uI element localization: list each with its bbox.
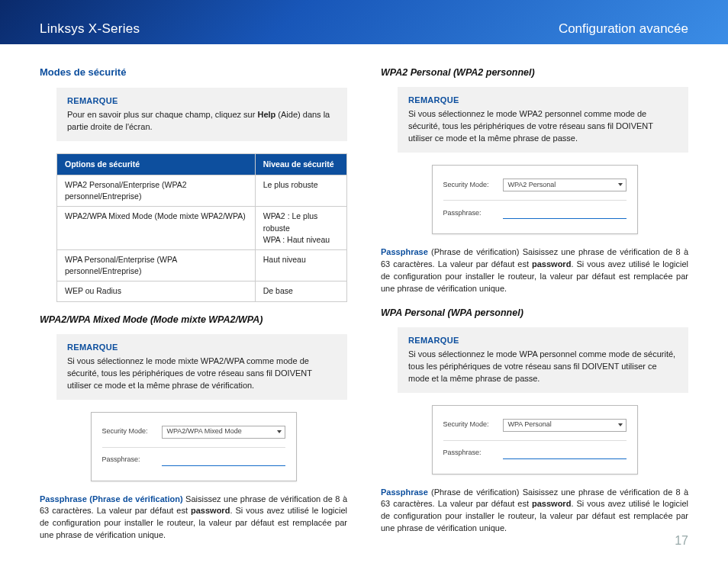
header-product: Linksys X-Series <box>40 21 140 37</box>
screenshot-wpa-personal: Security Mode: WPA Personal Passphrase: <box>432 405 638 475</box>
cell-opt: WPA2 Personal/Enterprise (WPA2 personnel… <box>57 175 256 206</box>
ui-select-mode: WPA2/WPA Mixed Mode <box>162 426 285 439</box>
note-wpa2p: REMARQUE Si vous sélectionnez le mode WP… <box>398 87 688 153</box>
ui-label-pass: Passphrase: <box>443 448 503 458</box>
screenshot-mixed-mode: Security Mode: WPA2/WPA Mixed Mode Passp… <box>91 412 297 481</box>
ui-label-pass: Passphrase: <box>443 208 503 218</box>
ui-label-pass: Passphrase: <box>102 455 162 465</box>
left-column: Modes de sécurité REMARQUE Pour en savoi… <box>40 66 347 545</box>
note-title: REMARQUE <box>408 335 678 347</box>
table-row: WPA2/WPA Mixed Mode (Mode mixte WPA2/WPA… <box>57 207 347 250</box>
chevron-down-icon <box>618 183 623 186</box>
heading-wpa-personal: WPA Personal (WPA personnel) <box>381 306 688 320</box>
cell-lvl: De base <box>255 282 346 301</box>
cell-opt: WEP ou Radius <box>57 282 256 301</box>
ui-select-mode: WPA Personal <box>503 419 627 432</box>
passphrase-paren: (Phrase de vérification) <box>428 487 523 497</box>
ui-input-pass <box>503 448 627 459</box>
table-row: WPA2 Personal/Enterprise (WPA2 personnel… <box>57 175 347 206</box>
note-text: Si vous sélectionnez le mode WPA2 person… <box>408 109 653 143</box>
note-title: REMARQUE <box>67 95 337 108</box>
note-title: REMARQUE <box>408 95 678 107</box>
ui-label-mode: Security Mode: <box>102 426 162 436</box>
heading-security-modes: Modes de sécurité <box>40 66 347 80</box>
heading-mixed-mode: WPA2/WPA Mixed Mode (Mode mixte WPA2/WPA… <box>40 313 347 327</box>
table-row: WPA Personal/Enterprise (WPA personnel/E… <box>57 249 347 281</box>
cell-lvl: WPA2 : Le plus robuste WPA : Haut niveau <box>255 207 346 250</box>
ui-input-pass <box>162 455 285 466</box>
cell-opt: WPA Personal/Enterprise (WPA personnel/E… <box>57 249 256 281</box>
ui-input-pass <box>503 208 627 219</box>
cell-lvl-b: WPA : Haut niveau <box>263 235 330 244</box>
note-title: REMARQUE <box>67 342 337 354</box>
note-text-a: Pour en savoir plus sur chaque champ, cl… <box>67 110 257 119</box>
cell-lvl-a: WPA2 : Le plus robuste <box>263 211 318 232</box>
ui-select-value: WPA2/WPA Mixed Mode <box>167 426 242 436</box>
table-row: WEP ou Radius De base <box>57 282 347 301</box>
page-body: Modes de sécurité REMARQUE Pour en savoi… <box>0 44 728 545</box>
ui-select-mode: WPA2 Personal <box>503 179 627 191</box>
passphrase-paragraph-3: Passphrase (Phrase de vérification) Sais… <box>381 487 688 536</box>
right-column: WPA2 Personal (WPA2 personnel) REMARQUE … <box>381 66 688 545</box>
passphrase-default: password <box>532 499 571 508</box>
passphrase-term: Passphrase <box>381 247 428 256</box>
ui-label-mode: Security Mode: <box>443 420 503 429</box>
chevron-down-icon <box>277 430 282 433</box>
ui-divider <box>102 447 285 448</box>
ui-divider <box>443 200 627 201</box>
ui-select-value: WPA2 Personal <box>508 180 556 190</box>
header-section: Configuration avancée <box>559 21 688 37</box>
passphrase-default: password <box>532 259 571 269</box>
passphrase-default: password <box>191 506 230 515</box>
note-text: Si vous sélectionnez le mode mixte WPA2/… <box>67 356 312 390</box>
th-level: Niveau de sécurité <box>255 153 346 175</box>
ui-select-value: WPA Personal <box>508 420 552 429</box>
note-wpap: REMARQUE Si vous sélectionnez le mode WP… <box>398 327 688 393</box>
note-help-bold: Help <box>257 110 275 119</box>
passphrase-paragraph: Passphrase (Phrase de vérification) Sais… <box>40 494 347 542</box>
note-help: REMARQUE Pour en savoir plus sur chaque … <box>56 88 347 141</box>
heading-wpa2-personal: WPA2 Personal (WPA2 personnel) <box>381 66 688 79</box>
page-number: 17 <box>675 534 688 548</box>
passphrase-paragraph-2: Passphrase (Phrase de vérification) Sais… <box>381 246 688 295</box>
note-text: Si vous sélectionnez le mode WPA personn… <box>408 349 675 383</box>
ui-divider <box>443 440 627 441</box>
screenshot-wpa2-personal: Security Mode: WPA2 Personal Passphrase: <box>432 165 638 234</box>
cell-lvl: Le plus robuste <box>255 175 346 206</box>
page-header: Linksys X-Series Configuration avancée <box>0 0 728 44</box>
cell-opt: WPA2/WPA Mixed Mode (Mode mixte WPA2/WPA… <box>57 207 256 250</box>
chevron-down-icon <box>618 423 623 426</box>
note-mixed: REMARQUE Si vous sélectionnez le mode mi… <box>56 334 347 400</box>
passphrase-term: Passphrase (Phrase de vérification) <box>40 494 183 503</box>
th-options: Options de sécurité <box>57 153 256 175</box>
passphrase-term: Passphrase <box>381 487 428 497</box>
ui-label-mode: Security Mode: <box>443 180 503 190</box>
cell-lvl: Haut niveau <box>255 249 346 281</box>
passphrase-paren: (Phrase de vérification) <box>428 247 523 256</box>
security-table: Options de sécurité Niveau de sécurité W… <box>56 153 347 302</box>
